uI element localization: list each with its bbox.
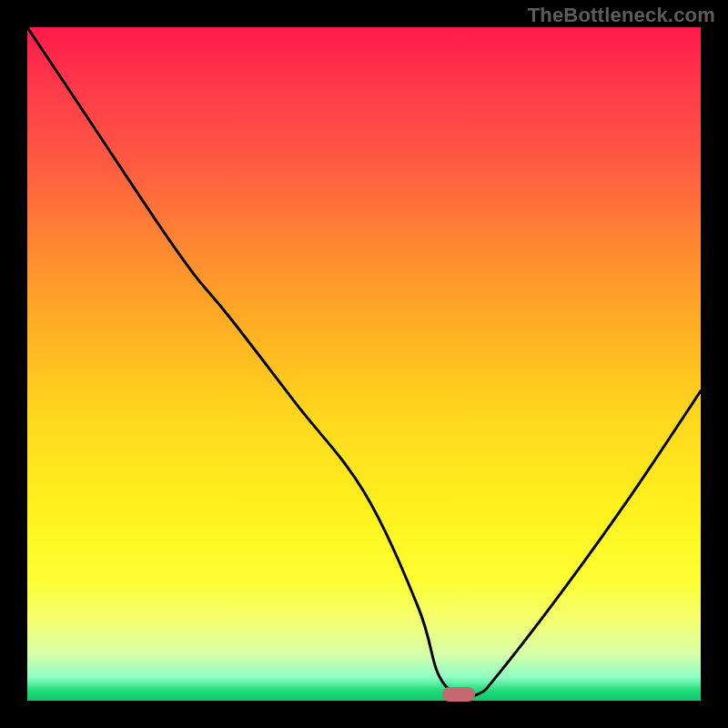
curve-path	[27, 27, 701, 697]
attribution-text: TheBottleneck.com	[528, 4, 715, 27]
chart-frame: TheBottleneck.com	[0, 0, 728, 728]
bottleneck-curve	[27, 27, 701, 701]
plot-area	[27, 27, 701, 701]
optimal-marker	[442, 687, 475, 702]
